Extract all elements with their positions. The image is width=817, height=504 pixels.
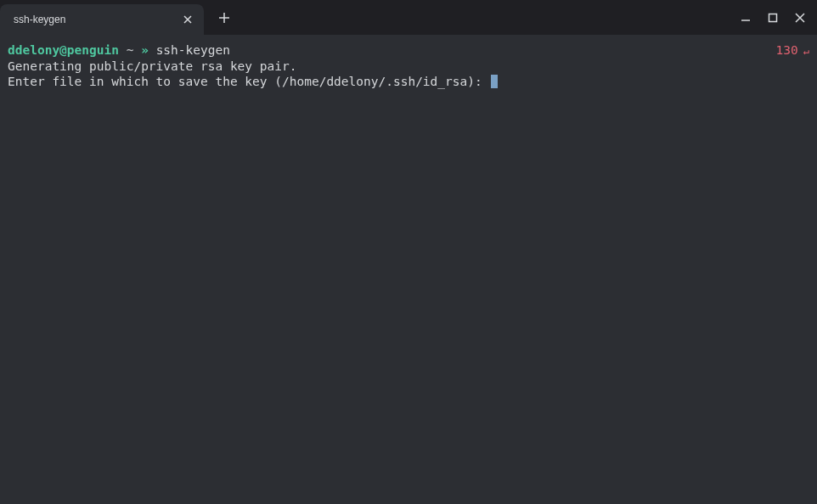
status-indicator: 130 ↵ xyxy=(776,42,809,59)
command-text: ssh-keygen xyxy=(156,43,230,57)
prompt-line: ddelony@penguin ~ » ssh-keygen 130 ↵ xyxy=(8,42,809,59)
prompt-input-text: Enter file in which to save the key (/ho… xyxy=(8,75,489,88)
titlebar: ssh-keygen xyxy=(0,0,817,35)
prompt-cwd: ~ xyxy=(127,43,134,57)
output-line-1: Generating public/private rsa key pair. xyxy=(8,59,809,74)
maximize-button[interactable] xyxy=(759,4,786,31)
svg-rect-0 xyxy=(769,14,777,21)
new-tab-button[interactable] xyxy=(212,6,236,30)
prompt-user-host: ddelony@penguin xyxy=(8,43,119,57)
cursor xyxy=(491,75,498,88)
return-icon: ↵ xyxy=(803,43,809,59)
tab-title: ssh-keygen xyxy=(14,14,65,25)
tabs-area: ssh-keygen xyxy=(0,0,236,35)
minimize-button[interactable] xyxy=(732,4,759,31)
window-controls xyxy=(732,4,817,31)
tab-active[interactable]: ssh-keygen xyxy=(0,4,204,35)
close-window-button[interactable] xyxy=(786,4,814,31)
terminal-content[interactable]: ddelony@penguin ~ » ssh-keygen 130 ↵ Gen… xyxy=(0,35,817,97)
status-code: 130 xyxy=(776,42,798,58)
close-tab-icon[interactable] xyxy=(180,12,195,27)
output-line-2: Enter file in which to save the key (/ho… xyxy=(8,74,809,89)
prompt-symbol: » xyxy=(141,43,149,57)
